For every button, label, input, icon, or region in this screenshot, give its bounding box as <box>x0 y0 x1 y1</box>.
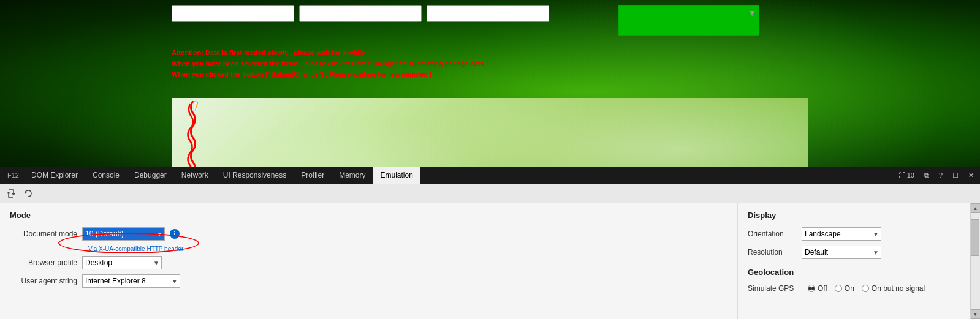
attention-line3: When you clicked the button ("SubmitChan… <box>172 69 488 80</box>
scroll-thumb[interactable] <box>971 219 979 256</box>
display-panel: Display Orientation Landscape Portrait ▼… <box>737 203 970 319</box>
browser-profile-select[interactable]: Desktop Windows Phone <box>82 256 162 269</box>
gps-no-signal-option[interactable]: On but no signal <box>862 284 925 293</box>
tab-ui-responsiveness[interactable]: UI Responsiveness <box>216 167 294 184</box>
dropdown-arrow-icon: ▼ <box>748 8 756 18</box>
document-mode-select-wrapper: 10 (Default) 5 7 8 9 11 ▼ <box>82 227 165 241</box>
gps-on-option[interactable]: On <box>835 284 854 293</box>
rotate-device-icon[interactable] <box>5 187 17 200</box>
btn3[interactable] <box>427 5 549 22</box>
restore-icon[interactable]: ☐ <box>949 170 962 181</box>
user-agent-label: User agent string <box>10 277 77 285</box>
attention-line1: Attention: Data is first loaded slowly ,… <box>172 48 488 59</box>
gps-on-radio[interactable] <box>835 285 842 292</box>
scrollbar: ▲ ▼ <box>970 203 980 319</box>
gps-no-signal-radio[interactable] <box>862 285 869 292</box>
close-icon[interactable]: ✕ <box>965 170 978 181</box>
simulate-gps-row: Simulate GPS Off On On but no signal <box>748 284 960 293</box>
document-mode-label: Document mode <box>10 230 77 238</box>
scroll-track <box>971 213 980 309</box>
scroll-down-button[interactable]: ▼ <box>971 309 981 319</box>
user-agent-select[interactable]: Internet Explorer 8 Internet Explorer 9 … <box>82 274 180 288</box>
browser-area: ▼ Attention: Data is first loaded slowly… <box>0 0 980 184</box>
mode-section-title: Mode <box>10 211 727 220</box>
attention-text: Attention: Data is first loaded slowly ,… <box>172 48 488 80</box>
geolocation-section: Geolocation Simulate GPS Off On <box>748 268 960 293</box>
emulation-panel: Mode Document mode 10 (Default) 5 7 8 9 … <box>0 203 737 319</box>
gps-off-option[interactable]: Off <box>808 284 827 293</box>
gps-on-label: On <box>845 284 854 293</box>
tab-emulation[interactable]: Emulation <box>373 167 420 184</box>
browser-profile-row: Browser profile Desktop Windows Phone ▼ <box>10 256 727 269</box>
resolution-row: Resolution Default 800x600 1024x768 ▼ <box>748 246 960 259</box>
document-mode-row: Document mode 10 (Default) 5 7 8 9 11 ▼ … <box>10 227 727 241</box>
devtools-right-controls: ⛶ 10 ⧉ ? ☐ ✕ <box>895 170 978 181</box>
devtools-panel: Mode Document mode 10 (Default) 5 7 8 9 … <box>0 184 980 319</box>
geolocation-section-title: Geolocation <box>748 268 960 277</box>
tab-memory[interactable]: Memory <box>332 167 373 184</box>
resolution-select[interactable]: Default 800x600 1024x768 <box>802 246 881 259</box>
user-agent-row: User agent string Internet Explorer 8 In… <box>10 274 727 288</box>
btn1[interactable] <box>172 5 294 22</box>
open-window-icon[interactable]: ⧉ <box>921 170 933 181</box>
devtools-toolbar2 <box>0 184 980 203</box>
tab-profiler[interactable]: Profiler <box>294 167 332 184</box>
user-agent-select-wrapper: Internet Explorer 8 Internet Explorer 9 … <box>82 274 180 288</box>
attention-line2: When you have been selected the items , … <box>172 59 488 70</box>
screen-size-icon[interactable]: ⛶ 10 <box>895 170 918 180</box>
gps-off-label: Off <box>818 284 827 293</box>
top-right-dropdown[interactable]: ▼ <box>618 5 759 36</box>
tab-dom-explorer[interactable]: DOM Explorer <box>24 167 85 184</box>
resolution-select-wrapper: Default 800x600 1024x768 ▼ <box>802 246 881 259</box>
simulate-gps-label: Simulate GPS <box>748 284 803 293</box>
undo-icon[interactable] <box>22 187 34 200</box>
help-icon[interactable]: ? <box>935 170 946 180</box>
browser-profile-label: Browser profile <box>10 258 77 267</box>
display-section-title: Display <box>748 211 960 220</box>
tab-f12[interactable]: F12 <box>2 167 24 184</box>
btn2[interactable] <box>299 5 422 22</box>
scroll-up-button[interactable]: ▲ <box>971 203 981 213</box>
gps-radio-group: Off On On but no signal <box>808 284 925 293</box>
tab-debugger[interactable]: Debugger <box>127 167 174 184</box>
orientation-select[interactable]: Landscape Portrait <box>802 227 881 241</box>
via-ua-text: Via X-UA-compatible HTTP header <box>15 246 727 252</box>
orientation-label: Orientation <box>748 230 797 238</box>
orientation-select-wrapper: Landscape Portrait ▼ <box>802 227 881 241</box>
tab-network[interactable]: Network <box>174 167 216 184</box>
top-buttons <box>172 5 549 22</box>
browser-profile-select-wrapper: Desktop Windows Phone ▼ <box>82 256 162 269</box>
document-mode-select[interactable]: 10 (Default) 5 7 8 9 11 <box>82 227 165 241</box>
gps-no-signal-label: On but no signal <box>872 284 925 293</box>
resolution-label: Resolution <box>748 248 797 257</box>
devtools-content: Mode Document mode 10 (Default) 5 7 8 9 … <box>0 203 980 319</box>
gps-off-radio[interactable] <box>808 285 815 292</box>
tab-console[interactable]: Console <box>85 167 127 184</box>
devtools-tabbar: F12 DOM Explorer Console Debugger Networ… <box>0 167 980 184</box>
orientation-row: Orientation Landscape Portrait ▼ <box>748 227 960 241</box>
document-mode-info-icon[interactable]: i <box>170 229 180 239</box>
